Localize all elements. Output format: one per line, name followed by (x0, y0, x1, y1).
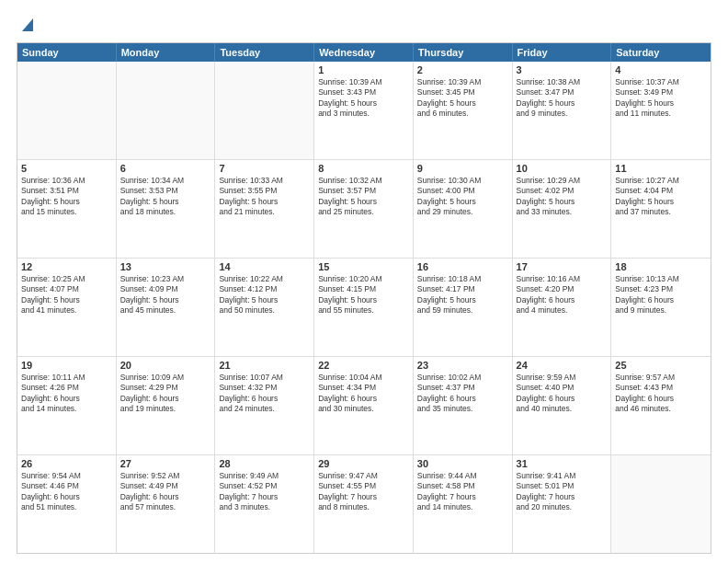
cell-text: Sunrise: 10:34 AM Sunset: 3:53 PM Daylig… (120, 176, 211, 218)
calendar-cell: 13Sunrise: 10:23 AM Sunset: 4:09 PM Dayl… (117, 259, 216, 356)
day-number: 7 (219, 163, 310, 174)
calendar-row: 1Sunrise: 10:39 AM Sunset: 3:43 PM Dayli… (17, 62, 711, 160)
weekday-header: Wednesday (314, 43, 414, 62)
day-number: 10 (517, 163, 608, 174)
day-number: 14 (219, 261, 310, 272)
calendar-cell: 19Sunrise: 10:11 AM Sunset: 4:26 PM Dayl… (17, 357, 117, 454)
day-number: 23 (417, 360, 508, 371)
cell-text: Sunrise: 9:57 AM Sunset: 4:43 PM Dayligh… (615, 373, 707, 415)
calendar-cell: 17Sunrise: 10:16 AM Sunset: 4:20 PM Dayl… (513, 259, 612, 356)
cell-text: Sunrise: 10:29 AM Sunset: 4:02 PM Daylig… (517, 176, 608, 218)
day-number: 2 (417, 64, 508, 75)
cell-text: Sunrise: 10:25 AM Sunset: 4:07 PM Daylig… (21, 274, 112, 316)
day-number: 17 (517, 261, 608, 272)
calendar-cell: 12Sunrise: 10:25 AM Sunset: 4:07 PM Dayl… (17, 259, 117, 356)
calendar-cell: 15Sunrise: 10:20 AM Sunset: 4:15 PM Dayl… (314, 259, 414, 356)
cell-text: Sunrise: 10:32 AM Sunset: 3:57 PM Daylig… (318, 176, 409, 218)
day-number: 13 (120, 261, 211, 272)
calendar-cell: 22Sunrise: 10:04 AM Sunset: 4:34 PM Dayl… (314, 357, 414, 454)
cell-text: Sunrise: 9:49 AM Sunset: 4:52 PM Dayligh… (219, 471, 310, 513)
day-number: 25 (615, 360, 707, 371)
calendar-cell (117, 62, 216, 159)
calendar-cell: 23Sunrise: 10:02 AM Sunset: 4:37 PM Dayl… (414, 357, 513, 454)
calendar: SundayMondayTuesdayWednesdayThursdayFrid… (17, 42, 711, 554)
cell-text: Sunrise: 10:09 AM Sunset: 4:29 PM Daylig… (120, 373, 211, 415)
cell-text: Sunrise: 10:39 AM Sunset: 3:43 PM Daylig… (318, 77, 409, 120)
calendar-cell: 10Sunrise: 10:29 AM Sunset: 4:02 PM Dayl… (513, 160, 612, 258)
calendar-cell: 1Sunrise: 10:39 AM Sunset: 3:43 PM Dayli… (314, 62, 414, 159)
calendar-cell: 31Sunrise: 9:41 AM Sunset: 5:01 PM Dayli… (513, 455, 612, 553)
cell-text: Sunrise: 9:41 AM Sunset: 5:01 PM Dayligh… (517, 471, 608, 513)
cell-text: Sunrise: 9:59 AM Sunset: 4:40 PM Dayligh… (517, 373, 608, 415)
calendar-row: 12Sunrise: 10:25 AM Sunset: 4:07 PM Dayl… (17, 259, 711, 357)
day-number: 31 (517, 458, 608, 469)
calendar-cell: 25Sunrise: 9:57 AM Sunset: 4:43 PM Dayli… (611, 357, 711, 454)
cell-text: Sunrise: 10:18 AM Sunset: 4:17 PM Daylig… (417, 274, 508, 316)
cell-text: Sunrise: 10:36 AM Sunset: 3:51 PM Daylig… (21, 176, 112, 218)
day-number: 24 (517, 360, 608, 371)
calendar-cell: 7Sunrise: 10:33 AM Sunset: 3:55 PM Dayli… (215, 160, 314, 258)
cell-text: Sunrise: 10:23 AM Sunset: 4:09 PM Daylig… (120, 274, 211, 316)
day-number: 29 (318, 458, 409, 469)
day-number: 1 (318, 64, 409, 75)
cell-text: Sunrise: 10:27 AM Sunset: 4:04 PM Daylig… (615, 176, 707, 218)
day-number: 22 (318, 360, 409, 371)
calendar-cell: 18Sunrise: 10:13 AM Sunset: 4:23 PM Dayl… (611, 259, 711, 356)
cell-text: Sunrise: 10:20 AM Sunset: 4:15 PM Daylig… (318, 274, 409, 316)
calendar-row: 26Sunrise: 9:54 AM Sunset: 4:46 PM Dayli… (17, 455, 711, 553)
calendar-cell: 21Sunrise: 10:07 AM Sunset: 4:32 PM Dayl… (215, 357, 314, 454)
cell-text: Sunrise: 10:37 AM Sunset: 3:49 PM Daylig… (615, 77, 707, 120)
calendar-cell: 9Sunrise: 10:30 AM Sunset: 4:00 PM Dayli… (414, 160, 513, 258)
calendar-cell: 20Sunrise: 10:09 AM Sunset: 4:29 PM Dayl… (117, 357, 216, 454)
calendar-cell (611, 455, 711, 553)
calendar-cell: 8Sunrise: 10:32 AM Sunset: 3:57 PM Dayli… (314, 160, 414, 258)
day-number: 18 (615, 261, 707, 272)
day-number: 27 (120, 458, 211, 469)
calendar-cell: 28Sunrise: 9:49 AM Sunset: 4:52 PM Dayli… (215, 455, 314, 553)
calendar-cell: 24Sunrise: 9:59 AM Sunset: 4:40 PM Dayli… (513, 357, 612, 454)
day-number: 16 (417, 261, 508, 272)
header (17, 17, 711, 33)
day-number: 30 (417, 458, 508, 469)
day-number: 3 (517, 64, 608, 75)
day-number: 4 (615, 64, 707, 75)
day-number: 5 (21, 163, 112, 174)
cell-text: Sunrise: 10:38 AM Sunset: 3:47 PM Daylig… (517, 77, 608, 120)
day-number: 9 (417, 163, 508, 174)
logo-icon (18, 17, 35, 33)
day-number: 8 (318, 163, 409, 174)
calendar-cell: 27Sunrise: 9:52 AM Sunset: 4:49 PM Dayli… (117, 455, 216, 553)
weekday-header: Sunday (17, 43, 117, 62)
cell-text: Sunrise: 10:22 AM Sunset: 4:12 PM Daylig… (219, 274, 310, 316)
day-number: 11 (615, 163, 707, 174)
day-number: 15 (318, 261, 409, 272)
day-number: 21 (219, 360, 310, 371)
calendar-cell (215, 62, 314, 159)
cell-text: Sunrise: 9:47 AM Sunset: 4:55 PM Dayligh… (318, 471, 409, 513)
calendar-cell: 6Sunrise: 10:34 AM Sunset: 3:53 PM Dayli… (117, 160, 216, 258)
weekday-header: Monday (117, 43, 216, 62)
cell-text: Sunrise: 9:44 AM Sunset: 4:58 PM Dayligh… (417, 471, 508, 513)
weekday-header: Friday (513, 43, 612, 62)
cell-text: Sunrise: 10:13 AM Sunset: 4:23 PM Daylig… (615, 274, 707, 316)
cell-text: Sunrise: 10:30 AM Sunset: 4:00 PM Daylig… (417, 176, 508, 218)
weekday-header: Thursday (414, 43, 513, 62)
calendar-cell: 26Sunrise: 9:54 AM Sunset: 4:46 PM Dayli… (17, 455, 117, 553)
cell-text: Sunrise: 9:52 AM Sunset: 4:49 PM Dayligh… (120, 471, 211, 513)
cell-text: Sunrise: 9:54 AM Sunset: 4:46 PM Dayligh… (21, 471, 112, 513)
calendar-row: 19Sunrise: 10:11 AM Sunset: 4:26 PM Dayl… (17, 357, 711, 455)
day-number: 12 (21, 261, 112, 272)
cell-text: Sunrise: 10:04 AM Sunset: 4:34 PM Daylig… (318, 373, 409, 415)
calendar-cell (17, 62, 117, 159)
calendar-cell: 29Sunrise: 9:47 AM Sunset: 4:55 PM Dayli… (314, 455, 414, 553)
day-number: 28 (219, 458, 310, 469)
day-number: 26 (21, 458, 112, 469)
cell-text: Sunrise: 10:33 AM Sunset: 3:55 PM Daylig… (219, 176, 310, 218)
calendar-cell: 5Sunrise: 10:36 AM Sunset: 3:51 PM Dayli… (17, 160, 117, 258)
cell-text: Sunrise: 10:16 AM Sunset: 4:20 PM Daylig… (517, 274, 608, 316)
cell-text: Sunrise: 10:11 AM Sunset: 4:26 PM Daylig… (21, 373, 112, 415)
svg-marker-0 (22, 18, 33, 31)
cell-text: Sunrise: 10:39 AM Sunset: 3:45 PM Daylig… (417, 77, 508, 120)
calendar-header: SundayMondayTuesdayWednesdayThursdayFrid… (17, 43, 711, 62)
calendar-cell: 4Sunrise: 10:37 AM Sunset: 3:49 PM Dayli… (611, 62, 711, 159)
